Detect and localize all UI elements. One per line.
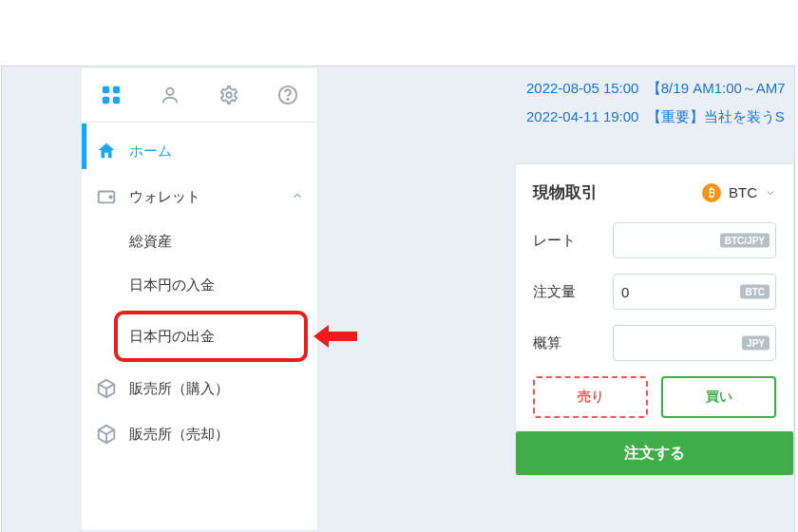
announcement-title: 【重要】当社を装うS	[647, 108, 785, 124]
sell-label: 売り	[578, 389, 604, 406]
subitem-label: 総資産	[129, 233, 172, 251]
svg-point-9	[109, 196, 111, 198]
wallet-icon	[95, 185, 118, 208]
buy-button[interactable]: 買い	[661, 376, 776, 418]
sidebar-item-wallet[interactable]: ウォレット	[82, 174, 317, 219]
buy-label: 買い	[706, 389, 732, 406]
announcement-link[interactable]: 2022-04-11 19:00 【重要】当社を装うS	[526, 103, 794, 131]
btc-icon: ₿	[702, 183, 721, 202]
rate-suffix: BTC/JPY	[720, 234, 770, 248]
amount-input[interactable]: 0 BTC	[613, 274, 776, 310]
home-icon	[95, 140, 118, 162]
svg-rect-3	[113, 97, 120, 104]
svg-point-4	[166, 88, 173, 95]
amount-suffix: BTC	[740, 285, 770, 299]
announcements: 2022-08-05 15:00 【8/19 AM1:00～AM7 2022-0…	[526, 74, 794, 131]
announcement-title: 【8/19 AM1:00～AM7	[647, 80, 786, 96]
arrow-left-icon	[314, 323, 357, 350]
cube-icon	[95, 377, 118, 400]
sidebar-item-label: ホーム	[129, 142, 172, 161]
announcement-date: 2022-04-11 19:00	[526, 108, 638, 124]
order-label: 注文する	[624, 444, 685, 464]
svg-rect-0	[103, 86, 109, 93]
svg-rect-2	[103, 97, 109, 104]
sidebar-wallet-total-assets[interactable]: 総資産	[82, 219, 317, 263]
approx-label: 概算	[533, 334, 601, 352]
svg-rect-1	[113, 86, 120, 93]
svg-point-5	[226, 92, 232, 98]
sidebar: ホーム ウォレット 総資産 日本円の入金 日本円の出金	[82, 68, 318, 530]
cube-icon	[95, 423, 118, 446]
announcement-date: 2022-08-05 15:00	[526, 80, 638, 96]
sidebar-item-sales-buy[interactable]: 販売所（購入）	[82, 366, 317, 411]
sidebar-wallet-withdraw-jpy[interactable]: 日本円の出金	[114, 311, 308, 362]
pair-symbol: BTC	[729, 184, 757, 200]
sidebar-item-label: 販売所（購入）	[129, 380, 229, 398]
icon-tab-row	[82, 68, 317, 123]
sell-button[interactable]: 売り	[533, 376, 648, 418]
amount-label: 注文量	[533, 283, 601, 301]
sidebar-item-home[interactable]: ホーム	[82, 128, 317, 174]
order-button[interactable]: 注文する	[516, 431, 793, 475]
amount-value: 0	[621, 284, 629, 300]
help-icon[interactable]	[258, 68, 317, 122]
rate-input[interactable]: BTC/JPY	[613, 222, 776, 258]
user-icon[interactable]	[141, 68, 200, 122]
subitem-label: 日本円の出金	[129, 328, 215, 346]
active-indicator	[82, 124, 86, 169]
chevron-down-icon	[765, 187, 776, 199]
rate-label: レート	[533, 232, 601, 250]
approx-suffix: JPY	[742, 336, 770, 351]
sidebar-item-label: ウォレット	[129, 188, 200, 206]
apps-icon[interactable]	[82, 68, 141, 122]
approx-input[interactable]: JPY	[613, 325, 776, 361]
spot-trade-card: 現物取引 ₿ BTC レート BTC/JPY 注文量 0 BTC 概算 JPY	[515, 163, 794, 476]
sidebar-item-label: 販売所（売却）	[129, 426, 229, 444]
gear-icon[interactable]	[200, 68, 258, 122]
chevron-up-icon	[291, 189, 304, 205]
card-title: 現物取引	[533, 181, 598, 203]
announcement-link[interactable]: 2022-08-05 15:00 【8/19 AM1:00～AM7	[526, 74, 794, 103]
subitem-label: 日本円の入金	[129, 276, 215, 294]
sidebar-item-sales-sell[interactable]: 販売所（売却）	[82, 411, 317, 457]
svg-point-7	[287, 99, 288, 100]
sidebar-wallet-deposit-jpy[interactable]: 日本円の入金	[82, 263, 317, 307]
pair-selector[interactable]: ₿ BTC	[702, 183, 776, 202]
